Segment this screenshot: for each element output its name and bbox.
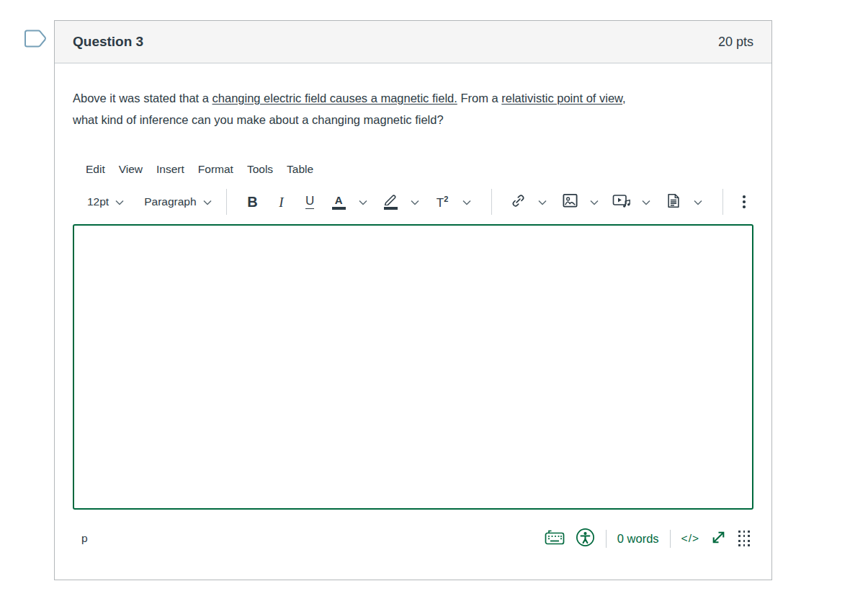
menu-format[interactable]: Format (198, 162, 233, 176)
text-color-dropdown-chevron[interactable] (359, 197, 367, 208)
font-size-value: 12pt (87, 195, 109, 208)
chevron-down-icon (203, 195, 212, 208)
image-dropdown-chevron[interactable] (590, 197, 599, 208)
rce-menubar: Edit View Insert Format Tools Table (73, 162, 753, 176)
font-size-dropdown[interactable]: 12pt (84, 192, 127, 211)
more-options-button[interactable] (735, 195, 753, 208)
toolbar-divider (491, 189, 492, 215)
rce-statusbar: p (73, 527, 753, 550)
underline-button[interactable]: U (295, 189, 324, 215)
document-dropdown-chevron[interactable] (694, 197, 702, 208)
insert-document-button[interactable] (659, 189, 688, 215)
question-points: 20 pts (718, 35, 753, 50)
vertical-ellipsis-icon (743, 195, 746, 198)
fullscreen-button[interactable] (710, 529, 727, 548)
question-text-part: From a (457, 92, 501, 105)
question-header: Question 3 20 pts (55, 21, 771, 63)
insert-media-button[interactable] (607, 189, 636, 215)
question-text-part: what kind of inference can you make abou… (73, 113, 444, 126)
text-color-icon: A (332, 195, 346, 210)
resize-diagonal-arrow-icon (710, 537, 727, 548)
question-text-underlined: relativistic point of view (501, 92, 622, 105)
media-dropdown-chevron[interactable] (642, 197, 650, 208)
italic-icon: I (279, 195, 283, 209)
statusbar-divider (670, 530, 671, 548)
html-editor-button[interactable]: </> (681, 532, 699, 545)
question-text-underlined: changing electric field causes a magneti… (212, 92, 457, 105)
keyboard-shortcuts-button[interactable] (545, 530, 565, 547)
rce-editor-area[interactable] (73, 224, 753, 510)
highlight-color-dropdown-chevron[interactable] (411, 197, 419, 208)
question-body: Above it was stated that a changing elec… (55, 87, 771, 550)
menu-view[interactable]: View (119, 162, 143, 176)
word-count: 0 words (617, 532, 659, 546)
toolbar-divider (226, 189, 227, 215)
document-icon (666, 192, 681, 211)
link-icon (510, 192, 527, 211)
insert-image-button[interactable] (555, 189, 584, 215)
rce-toolbar: 12pt Paragraph B I (73, 187, 753, 216)
insert-link-button[interactable] (504, 189, 532, 215)
underline-icon: U (305, 195, 314, 209)
keyboard-icon (545, 536, 565, 547)
bold-icon: B (247, 195, 257, 209)
highlighter-pencil-icon (383, 195, 398, 210)
paragraph-style-dropdown[interactable]: Paragraph (141, 192, 214, 211)
question-text-part: Above it was stated that a (73, 92, 212, 105)
accessibility-checker-button[interactable] (576, 528, 595, 549)
question-text: Above it was stated that a changing elec… (73, 87, 753, 130)
question-card: Question 3 20 pts Above it was stated th… (54, 20, 772, 580)
italic-button[interactable]: I (267, 189, 295, 215)
superscript-button[interactable]: T2 (428, 189, 457, 215)
bookmark-tag-icon (22, 42, 48, 53)
statusbar-divider (606, 530, 607, 548)
element-path: p (81, 532, 88, 545)
resize-drag-handle-icon[interactable] (738, 530, 751, 548)
media-icon (612, 192, 631, 211)
image-icon (562, 192, 578, 211)
paragraph-style-value: Paragraph (144, 195, 196, 208)
question-title: Question 3 (73, 34, 143, 50)
highlight-color-button[interactable] (376, 189, 405, 215)
menu-insert[interactable]: Insert (156, 162, 184, 176)
superscript-icon: T2 (437, 195, 449, 209)
menu-edit[interactable]: Edit (86, 162, 105, 176)
flag-question-button[interactable] (22, 28, 48, 50)
rich-content-editor: Edit View Insert Format Tools Table 12pt… (73, 162, 753, 550)
bold-button[interactable]: B (238, 189, 267, 215)
superscript-dropdown-chevron[interactable] (462, 197, 471, 208)
toolbar-divider (722, 189, 723, 215)
text-color-button[interactable]: A (324, 189, 353, 215)
menu-table[interactable]: Table (287, 162, 313, 176)
link-dropdown-chevron[interactable] (538, 197, 547, 208)
question-text-part: , (622, 92, 626, 105)
menu-tools[interactable]: Tools (247, 162, 273, 176)
chevron-down-icon (115, 195, 124, 208)
accessibility-icon (576, 538, 595, 549)
